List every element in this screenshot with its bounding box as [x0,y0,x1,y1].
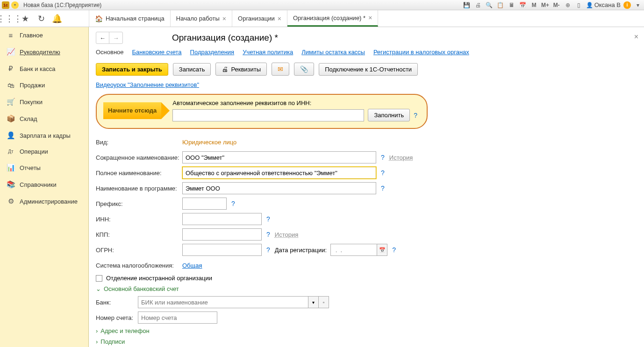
m-plus-icon[interactable]: M+ [541,1,550,9]
acct-input[interactable] [138,312,217,324]
help-link[interactable]: ? [266,215,270,223]
sidebar-item-label: Главное [20,32,43,39]
app-menu-dropdown[interactable]: ▾ [11,1,19,9]
subnav-bank[interactable]: Банковские счета [132,49,182,56]
sidebar-item-sales[interactable]: 🛍Продажи [0,77,88,93]
sidebar-item-admin[interactable]: ⚙Администрирование [0,193,88,210]
forward-button[interactable]: → [109,32,122,43]
help-link[interactable]: ? [266,231,270,238]
inn-input[interactable] [182,213,262,225]
sidebar: ≡Главное 📈Руководителю ₽Банк и касса 🛍Пр… [0,27,89,347]
app-logo-icon: 1c [2,1,9,9]
sidebar-item-label: Продажи [20,82,45,89]
sidebar-item-warehouse[interactable]: 📦Склад [0,110,88,127]
sidebar-item-main[interactable]: ≡Главное [0,27,88,43]
connect-reporting-button[interactable]: Подключение к 1С-Отчетности [319,63,418,76]
full-name-input[interactable] [182,167,376,179]
inn-autofill-input[interactable] [172,109,364,121]
compare-icon[interactable]: 📋 [496,1,505,9]
sidebar-item-reports[interactable]: 📊Отчеты [0,159,88,176]
help-link[interactable]: ? [231,200,235,207]
sidebar-item-salary[interactable]: 👤Зарплата и кадры [0,127,88,144]
history-link[interactable]: История [275,231,298,238]
fill-button[interactable]: Заполнить [368,109,410,121]
prefix-input[interactable] [182,198,227,210]
subnav-limits[interactable]: Лимиты остатка кассы [301,49,365,56]
props-button[interactable]: 🖨Реквизиты [215,63,267,76]
close-icon[interactable]: × [278,15,281,22]
sidebar-item-manager[interactable]: 📈Руководителю [0,43,88,60]
calendar-button[interactable]: 📅 [377,244,387,256]
calendar-icon[interactable]: 📅 [519,1,527,9]
sidebar-item-label: Зарплата и кадры [20,132,71,139]
favorites-icon[interactable]: ★ [20,13,31,24]
ogrn-input[interactable] [182,244,262,256]
close-icon[interactable]: × [222,15,226,22]
attach-button[interactable]: 📎 [294,63,314,76]
help-link[interactable]: ? [266,246,270,254]
signatures-section-toggle[interactable]: › Подписи [96,338,632,345]
sidebar-item-purchases[interactable]: 🛒Покупки [0,93,88,110]
page-title: Организация (создание) * [172,33,278,43]
address-section-toggle[interactable]: › Адрес и телефон [96,327,632,334]
regdate-input[interactable] [330,244,377,256]
bank-dropdown-button[interactable]: ▾ [308,296,319,308]
prog-name-input[interactable] [182,182,376,194]
back-button[interactable]: ← [96,32,109,43]
tax-system-link[interactable]: Общая [182,262,202,269]
sidebar-item-operations[interactable]: ДтОперации [0,144,88,159]
calc-icon[interactable]: 🖩 [508,1,516,9]
sidebar-item-label: Покупки [20,99,43,106]
more-icon[interactable]: ▾ [634,1,642,9]
apps-icon[interactable]: ⋮⋮⋮ [4,13,15,24]
bank-section-toggle[interactable]: ⌄ Основной банковский счет [96,285,632,292]
bank-input[interactable] [138,296,308,308]
save-close-button[interactable]: Записать и закрыть [96,63,168,76]
help-link[interactable]: ? [381,184,385,192]
short-name-input[interactable] [182,151,376,163]
m-icon[interactable]: M [530,1,538,9]
tab-label: Организация (создание) * [293,14,365,21]
help-link[interactable]: ? [381,169,385,177]
save-button[interactable]: Записать [173,63,211,76]
window-title: Новая база (1С:Предприятие) [23,2,101,8]
subnav-main[interactable]: Основное [96,49,124,56]
titlebar: 1c ▾ Новая база (1С:Предприятие) 💾 🖨 🔍 📋… [0,0,644,10]
bank-open-button[interactable]: ▫ [319,296,329,308]
acct-label: Номер счета: [96,314,138,321]
regdate-label: Дата регистрации: [275,247,327,254]
help-link[interactable]: ? [414,112,417,119]
zoom-icon[interactable]: ⊕ [564,1,572,9]
video-tutorial-link[interactable]: Видеоурок "Заполнение реквизитов" [96,81,199,88]
help-icon[interactable]: i [623,1,631,9]
preview-icon[interactable]: 🔍 [485,1,494,9]
user-display[interactable]: 👤 Оксана В [586,1,621,8]
subnav-tax[interactable]: Регистрации в налоговых органах [373,49,469,56]
help-link[interactable]: ? [381,154,385,161]
history-icon[interactable]: ↻ [36,13,47,24]
print-icon[interactable]: 🖨 [474,1,482,9]
tab-getting-started[interactable]: Начало работы × [171,10,232,27]
notifications-icon[interactable]: 🔔 [51,13,63,24]
foreign-org-checkbox[interactable] [96,275,102,282]
close-page-button[interactable]: × [634,33,638,41]
help-link[interactable]: ? [392,246,396,254]
mail-icon: ✉ [278,65,283,73]
subnav-dept[interactable]: Подразделения [190,49,235,56]
history-link[interactable]: История [389,154,413,161]
sidebar-item-bank[interactable]: ₽Банк и касса [0,60,88,77]
nav-buttons: ← → [96,32,123,44]
save-icon[interactable]: 💾 [463,1,471,9]
subnav-policy[interactable]: Учетная политика [243,49,293,56]
tab-organization-create[interactable]: Организация (создание) * × [287,10,378,27]
tab-organizations[interactable]: Организации × [232,10,287,27]
content: × ← → Организация (создание) * Основное … [89,27,644,347]
panel-icon[interactable]: ▯ [575,1,583,9]
kpp-input[interactable] [182,228,262,241]
sidebar-item-catalogs[interactable]: 📚Справочники [0,176,88,193]
close-icon[interactable]: × [368,14,372,21]
hint-arrow: Начните отсюда [103,102,161,119]
m-minus-icon[interactable]: M- [552,1,561,9]
tab-home[interactable]: 🏠 Начальная страница [89,10,171,27]
mail-button[interactable]: ✉ [272,63,289,76]
